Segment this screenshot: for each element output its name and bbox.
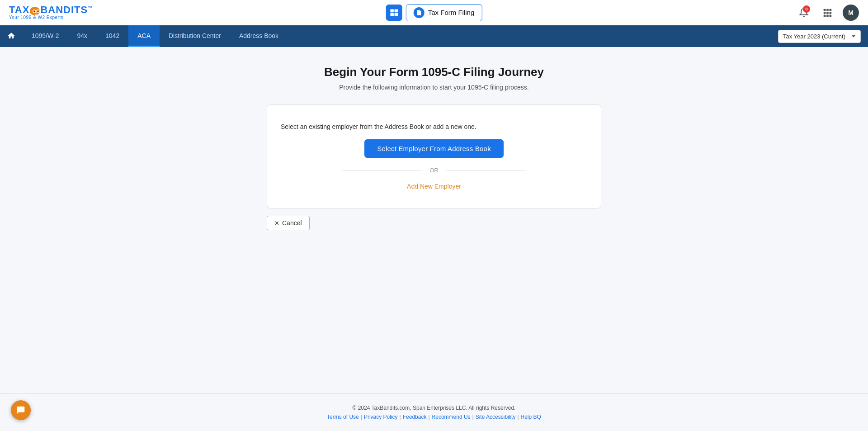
page-title: Begin Your Form 1095-C Filing Journey — [9, 65, 859, 79]
switch-button[interactable] — [386, 5, 402, 21]
or-divider: OR — [342, 167, 526, 174]
header-center: Tax Form Filing — [386, 4, 482, 21]
select-employer-button[interactable]: Select Employer From Address Book — [364, 139, 504, 158]
tax-form-icon-circle — [414, 7, 425, 18]
document-icon — [416, 9, 422, 16]
footer-copyright: © 2024 TaxBandits.com, Span Enterprises … — [9, 405, 859, 411]
home-icon — [7, 32, 15, 40]
or-text: OR — [429, 167, 439, 174]
nav-right: Tax Year 2023 (Current) — [778, 25, 868, 47]
switch-icon — [390, 8, 399, 17]
svg-rect-13 — [824, 12, 826, 14]
notification-button[interactable]: 0 — [796, 5, 812, 21]
svg-rect-12 — [830, 9, 832, 11]
cancel-x-icon: ✕ — [274, 220, 279, 227]
user-avatar[interactable]: M — [843, 5, 859, 21]
tax-year-selector[interactable]: Tax Year 2023 (Current) — [778, 30, 861, 43]
svg-point-4 — [34, 11, 35, 12]
footer-links: Terms of Use | Privacy Policy | Feedback… — [9, 414, 859, 420]
svg-rect-17 — [826, 14, 829, 17]
logo-area: TAX BANDITS™ Your 1099 & W2 Experts — [9, 5, 93, 20]
nav-address-book[interactable]: Address Book — [230, 25, 288, 47]
nav-distribution-center[interactable]: Distribution Center — [160, 25, 230, 47]
svg-rect-6 — [390, 9, 394, 12]
logo: TAX BANDITS™ — [9, 5, 93, 15]
grid-icon — [822, 8, 832, 18]
cancel-area: ✕ Cancel — [267, 216, 601, 230]
nav-94x[interactable]: 94x — [68, 25, 96, 47]
svg-rect-15 — [830, 12, 832, 14]
footer-feedback[interactable]: Feedback — [403, 414, 427, 420]
svg-rect-10 — [824, 9, 826, 11]
footer-accessibility[interactable]: Site Accessibility — [476, 414, 516, 420]
top-header: TAX BANDITS™ Your 1099 & W2 Experts — [0, 0, 868, 25]
main-content: Begin Your Form 1095-C Filing Journey Pr… — [0, 47, 868, 393]
svg-rect-18 — [830, 14, 832, 17]
svg-rect-8 — [390, 13, 394, 16]
footer-recommend[interactable]: Recommend Us — [432, 414, 471, 420]
svg-rect-16 — [824, 14, 826, 17]
footer-helpbq[interactable]: Help BQ — [521, 414, 541, 420]
logo-text: TAX BANDITS™ — [9, 5, 93, 15]
svg-rect-11 — [826, 9, 829, 11]
form-card: Select an existing employer from the Add… — [267, 104, 601, 208]
add-new-employer-link[interactable]: Add New Employer — [407, 183, 461, 190]
tax-form-filing-button[interactable]: Tax Form Filing — [406, 4, 482, 21]
footer: © 2024 TaxBandits.com, Span Enterprises … — [0, 393, 868, 431]
tax-form-label: Tax Form Filing — [428, 9, 475, 16]
grid-menu-button[interactable] — [819, 5, 835, 21]
nav-1099w2[interactable]: 1099/W-2 — [23, 25, 68, 47]
nav-aca[interactable]: ACA — [128, 25, 160, 47]
footer-privacy[interactable]: Privacy Policy — [364, 414, 398, 420]
page-subtitle: Provide the following information to sta… — [9, 84, 859, 91]
navigation-bar: 1099/W-2 94x 1042 ACA Distribution Cente… — [0, 25, 868, 47]
svg-rect-7 — [395, 9, 398, 12]
header-right: 0 M — [796, 5, 859, 21]
form-description: Select an existing employer from the Add… — [281, 123, 587, 130]
owl-icon — [31, 8, 41, 16]
notification-badge: 0 — [803, 5, 810, 13]
svg-point-5 — [38, 11, 38, 12]
nav-1042[interactable]: 1042 — [96, 25, 128, 47]
chat-bubble[interactable] — [11, 400, 31, 420]
cancel-label: Cancel — [282, 219, 302, 227]
svg-rect-14 — [826, 12, 829, 14]
svg-rect-9 — [395, 13, 398, 16]
cancel-button[interactable]: ✕ Cancel — [267, 216, 310, 230]
footer-terms[interactable]: Terms of Use — [327, 414, 359, 420]
nav-home[interactable] — [0, 25, 23, 47]
chat-icon — [16, 405, 26, 415]
